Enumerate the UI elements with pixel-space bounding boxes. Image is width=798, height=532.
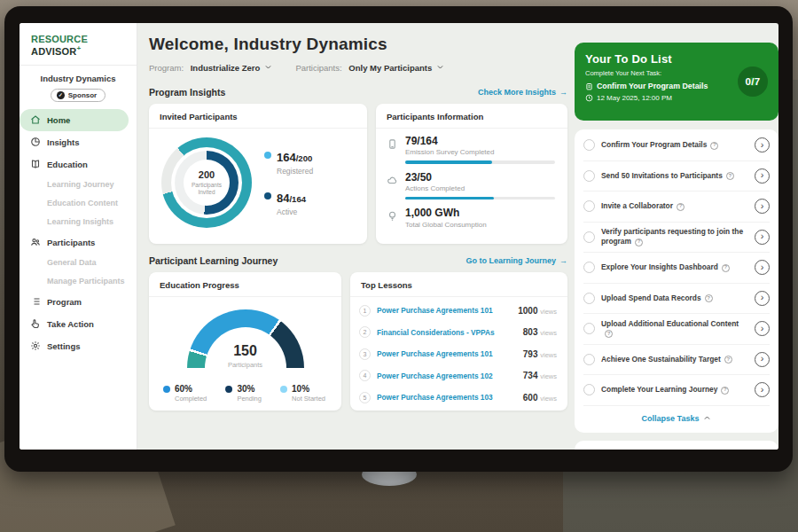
task-chevron-button[interactable]: ›: [755, 137, 770, 153]
nav-label: Program: [47, 297, 82, 307]
todo-subtitle: Complete Your Next Task:: [585, 69, 732, 77]
sidebar-item-learning-journey[interactable]: Learning Journey: [20, 176, 137, 194]
sidebar-item-general-data[interactable]: General Data: [20, 254, 137, 272]
task-checkbox[interactable]: [583, 170, 595, 182]
legend-total: /200: [296, 153, 313, 163]
insights-icon: [30, 137, 41, 147]
task-label: Explore Your Insights Dashboard: [601, 262, 718, 271]
task-row[interactable]: Achieve One Sustainability Target? ›: [583, 345, 770, 376]
program-insights-header: Program Insights Check More Insights →: [149, 87, 567, 98]
legend-value: 30%: [237, 384, 262, 394]
task-row[interactable]: Complete Your Learning Journey? ›: [583, 375, 770, 406]
task-chevron-button[interactable]: ›: [755, 199, 770, 214]
legend-label: Registered: [277, 167, 313, 176]
stat-label: Actions Completed: [405, 184, 555, 192]
task-chevron-button[interactable]: ›: [755, 230, 770, 245]
task-chevron-button[interactable]: ›: [755, 352, 770, 367]
task-chevron-button[interactable]: ›: [755, 291, 770, 306]
lesson-link[interactable]: Power Purchase Agreements 101: [377, 349, 517, 358]
legend-item-not-started: 10% Not Started: [280, 384, 325, 403]
task-row[interactable]: Upload Additional Educational Content? ›: [583, 314, 770, 345]
invited-participants-card: Invited Participants 200 Participants In…: [149, 104, 367, 244]
todo-title: Your To Do List: [585, 52, 732, 66]
collapse-tasks-link[interactable]: Collapse Tasks: [583, 406, 770, 431]
lesson-link[interactable]: Power Purchase Agreements 102: [377, 372, 517, 380]
task-row[interactable]: Invite a Collaborator? ›: [583, 192, 770, 223]
legend-value: 60%: [175, 384, 207, 394]
program-filter-label: Program:: [149, 63, 184, 73]
participants-dropdown[interactable]: Only My Participants: [348, 63, 444, 73]
task-row[interactable]: Send 50 Invitations to Participants? ›: [583, 161, 770, 192]
help-icon: ?: [635, 239, 643, 246]
legend-dot: [264, 192, 271, 200]
sidebar-item-participants[interactable]: Participants: [20, 231, 137, 254]
go-to-learning-journey-link[interactable]: Go to Learning Journey →: [466, 256, 567, 265]
sponsor-badge[interactable]: ✓ Sponsor: [51, 89, 106, 102]
sidebar-item-education[interactable]: Education: [20, 153, 137, 176]
nav-label: Take Action: [47, 319, 94, 329]
lesson-views: 1000: [518, 306, 537, 316]
check-more-insights-link[interactable]: Check More Insights →: [478, 88, 567, 97]
todo-header-card: Your To Do List Complete Your Next Task:…: [575, 43, 778, 121]
education-progress-gauge-chart: 150 Participants: [187, 309, 304, 379]
education-progress-card: Education Progress 150 Participants: [149, 272, 341, 411]
task-checkbox[interactable]: [583, 354, 595, 365]
sidebar-item-education-content[interactable]: Education Content: [20, 194, 137, 213]
recent-news-card: Recent News: [575, 441, 778, 450]
task-checkbox[interactable]: [583, 139, 595, 151]
stat-value: 79/164: [405, 136, 555, 147]
sponsor-label: Sponsor: [68, 91, 97, 99]
top-lessons-card: Top Lessons 1 Power Purchase Agreements …: [350, 272, 567, 411]
task-label: Upload Spend Data Records: [601, 293, 701, 302]
task-checkbox[interactable]: [583, 384, 595, 395]
legend-label: Completed: [175, 395, 207, 403]
task-row[interactable]: Explore Your Insights Dashboard? ›: [583, 253, 770, 284]
sidebar-item-manage-participants[interactable]: Manage Participants: [20, 272, 137, 291]
stat-emission-survey: 79/164 Emission Survey Completed: [387, 136, 555, 164]
legend-dot: [264, 152, 271, 159]
task-row[interactable]: Upload Spend Data Records? ›: [583, 284, 770, 315]
help-icon: ?: [722, 264, 730, 272]
sidebar-item-learning-insights[interactable]: Learning Insights: [20, 213, 137, 231]
lesson-link[interactable]: Power Purchase Agreements 101: [377, 306, 512, 315]
logo-plus: +: [77, 44, 82, 52]
sidebar-item-home[interactable]: Home: [20, 109, 129, 131]
program-dropdown[interactable]: Industrialize Zero: [191, 63, 273, 73]
task-checkbox[interactable]: [583, 323, 595, 334]
lesson-rank: 5: [359, 392, 371, 403]
task-chevron-button[interactable]: ›: [755, 382, 770, 397]
views-label: views: [540, 395, 557, 403]
sidebar-item-insights[interactable]: Insights: [20, 131, 137, 153]
take-action-icon: [30, 318, 41, 329]
legend-dot: [163, 386, 170, 393]
stat-value: 1,000 GWh: [405, 207, 555, 219]
task-chevron-button[interactable]: ›: [755, 260, 770, 275]
task-chevron-button[interactable]: ›: [755, 168, 770, 184]
task-row[interactable]: Verify participants requesting to join t…: [583, 223, 770, 254]
task-chevron-button[interactable]: ›: [755, 321, 770, 336]
todo-next-task: Confirm Your Program Details: [585, 82, 732, 90]
legend-item-active: 84/164 Active: [264, 190, 313, 216]
task-checkbox[interactable]: [583, 293, 595, 304]
task-checkbox[interactable]: [583, 200, 595, 212]
clock-icon: [585, 94, 593, 102]
card-title: Top Lessons: [350, 272, 567, 297]
task-row[interactable]: Confirm Your Program Details? ›: [583, 130, 770, 161]
sidebar-item-take-action[interactable]: Take Action: [20, 313, 137, 335]
nav-label: Home: [47, 115, 70, 125]
actions-icon: [387, 174, 398, 185]
sidebar-item-settings[interactable]: Settings: [20, 335, 137, 357]
legend-dot: [280, 386, 287, 393]
stat-value: 23/50: [405, 172, 555, 184]
task-checkbox[interactable]: [583, 262, 595, 273]
lightbulb-icon: [387, 209, 398, 221]
lesson-link[interactable]: Financial Considerations - VPPAs: [377, 328, 517, 337]
progress-fill: [405, 160, 492, 164]
sidebar-item-program[interactable]: Program: [20, 291, 137, 313]
todo-next-task-label: Confirm Your Program Details: [597, 82, 708, 90]
lesson-views: 803: [523, 327, 538, 337]
todo-task-list: Confirm Your Program Details? › Send 50 …: [575, 129, 778, 433]
task-checkbox[interactable]: [583, 231, 595, 243]
invited-participants-body: 200 Participants Invited 164/200 Registe: [149, 129, 367, 228]
lesson-link[interactable]: Power Purchase Agreements 103: [377, 393, 517, 402]
